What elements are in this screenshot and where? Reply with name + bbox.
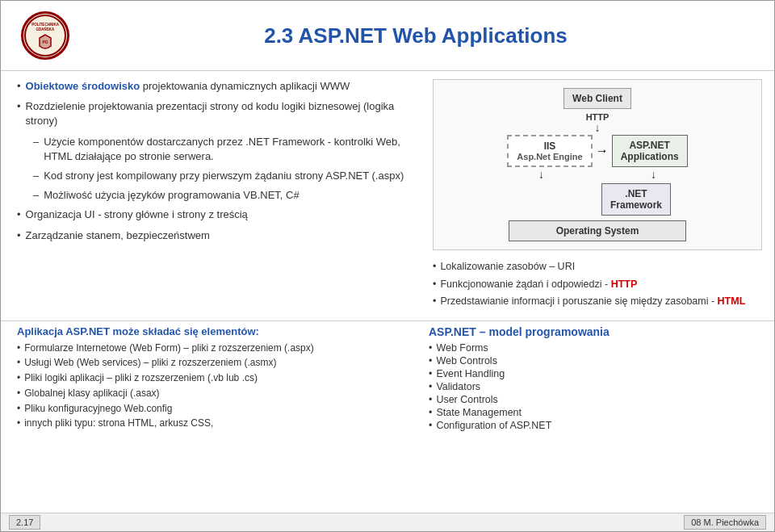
bullet-text: Kod strony jest kompilowany przy pierwsz… (44, 169, 404, 183)
bottom-right-title: ASP.NET – model programowania (429, 325, 758, 338)
bullet-icon: • (433, 260, 436, 274)
list-item: • Przedstawianie informacji i poruszanie… (433, 295, 762, 309)
bullet-icon: • (17, 417, 20, 430)
bullet-icon: • (429, 342, 432, 354)
net-framework-box: .NET Framework (601, 183, 671, 216)
list-item: • Organizacja UI - strony główne i stron… (17, 207, 404, 222)
header: POLITECHNIKA GDAŃSKA PG 2.3 ASP.NET Web … (1, 1, 774, 71)
list-item: • Pliki logiki aplikacji – pliki z rozsz… (17, 371, 413, 385)
net-framework-label: .NET (610, 188, 662, 199)
bullet-text: Event Handling (436, 368, 505, 379)
operating-system-box: Operating System (509, 220, 686, 241)
bullet-icon: • (433, 295, 436, 309)
bullet-text: Zarządzanie stanem, bezpieczeństwem (26, 228, 210, 243)
page-title: 2.3 ASP.NET Web Applications (73, 23, 758, 48)
list-item: • Globalnej klasy aplikacji (.asax) (17, 387, 413, 400)
bullet-text: Przedstawianie informacji i poruszanie s… (440, 295, 745, 309)
bullet-text: Web Forms (436, 342, 488, 354)
bottom-section: Aplikacja ASP.NET może składać się eleme… (1, 320, 774, 513)
diagram-row-http: HTTP ↓ (586, 112, 610, 133)
list-item: – Kod strony jest kompilowany przy pierw… (33, 169, 404, 183)
aspnet-applications-label: ASP.NET (621, 140, 679, 151)
arrow-down-icon3: ↓ (651, 169, 656, 180)
bullet-icon: • (429, 368, 432, 379)
bullet-icon: – (33, 170, 39, 182)
bullet-text: Użycie komponentów dostarczanych przez .… (44, 135, 404, 164)
bottom-left: Aplikacja ASP.NET może składać się eleme… (17, 325, 413, 509)
bullet-text: Pliku konfiguracyjnego Web.config (24, 402, 172, 416)
list-item: • Usługi Web (Web services) – pliki z ro… (17, 356, 413, 370)
footer: 2.17 08 M. Piechówka (1, 513, 774, 531)
list-item: • innych pliki typu: strona HTML, arkusz… (17, 417, 413, 430)
list-item: • Rozdzielenie projektowania prezentacji… (17, 99, 404, 128)
arrow-down-icon2: ↓ (538, 169, 544, 180)
bullet-text: Lokalizowanie zasobów – URI (440, 260, 575, 274)
svg-text:GDAŃSKA: GDAŃSKA (36, 26, 56, 31)
list-item: • Configuration of ASP.NET (429, 420, 758, 431)
bullet-icon: • (17, 341, 20, 355)
bullet-text: Pliki logiki aplikacji – pliki z rozszer… (24, 371, 258, 385)
list-item: • User Controls (429, 394, 758, 405)
bullet-text: Obiektowe środowisko projektowania dynam… (26, 79, 350, 94)
bullet-icon: • (17, 402, 20, 416)
bullet-text: User Controls (436, 394, 497, 405)
bullet-icon: • (429, 420, 432, 431)
bullet-icon: • (429, 355, 432, 367)
iis-label: IIS (517, 140, 582, 152)
diagram-row-netfw: .NET Framework (524, 183, 671, 216)
bullet-text: innych pliki typu: strona HTML, arkusz C… (24, 417, 213, 430)
list-item: • Pliku konfiguracyjnego Web.config (17, 402, 413, 416)
bullet-text: Możliwość użycia języków programowania V… (44, 188, 299, 203)
list-item: • Formularze Internetowe (Web Form) – pl… (17, 341, 413, 355)
bullet-text: Web Controls (436, 355, 497, 367)
list-item: – Możliwość użycia języków programowania… (33, 188, 404, 203)
bullet-icon: • (17, 387, 20, 400)
bottom-left-title: Aplikacja ASP.NET może składać się eleme… (17, 325, 413, 337)
bullet-icon: – (33, 189, 39, 201)
logo: POLITECHNIKA GDAŃSKA PG (21, 11, 69, 60)
list-item: • Validators (429, 381, 758, 392)
bullet-text: Validators (436, 381, 480, 392)
page-container: POLITECHNIKA GDAŃSKA PG 2.3 ASP.NET Web … (0, 0, 775, 532)
footer-page-number: 2.17 (9, 515, 40, 530)
net-framework-label2: Framework (610, 199, 662, 211)
list-item: • Lokalizowanie zasobów – URI (433, 260, 762, 274)
right-arrow-icon: → (596, 144, 609, 158)
list-item: • Web Forms (429, 342, 758, 354)
list-item: • Funkcjonowanie żądań i odpowiedzi - HT… (433, 278, 762, 292)
bullet-text: Globalnej klasy aplikacji (.asax) (24, 387, 159, 400)
bullet-icon: • (17, 208, 21, 220)
list-item: • Event Handling (429, 368, 758, 379)
bullet-icon: • (17, 80, 21, 92)
bullet-text: Rozdzielenie projektowania prezentacji s… (26, 99, 404, 128)
bullet-icon: • (429, 394, 432, 405)
left-panel: • Obiektowe środowisko projektowania dyn… (1, 71, 421, 320)
right-panel: Web Client HTTP ↓ IIS Asp.Net Engine → (421, 71, 774, 320)
bullet-icon: • (433, 278, 436, 292)
bullet-icon: • (429, 381, 432, 392)
main-content: • Obiektowe środowisko projektowania dyn… (1, 71, 774, 320)
bullet-icon: • (17, 100, 21, 112)
diagram-row-os: Operating System (509, 220, 686, 241)
right-bullets: • Lokalizowanie zasobów – URI • Funkcjon… (433, 260, 762, 312)
bullet-text: Funkcjonowanie żądań i odpowiedzi - HTTP (440, 278, 637, 292)
bullet-icon: – (33, 136, 39, 148)
bullet-icon: • (17, 229, 21, 241)
list-item: – Użycie komponentów dostarczanych przez… (33, 135, 404, 164)
asp-net-engine-label: Asp.Net Engine (517, 152, 582, 161)
diagram-row-webclient: Web Client (563, 88, 631, 109)
svg-text:PG: PG (42, 40, 48, 44)
bullet-text: Organizacja UI - strony główne i strony … (26, 207, 248, 222)
bullet-icon: • (429, 407, 432, 418)
list-item: • Obiektowe środowisko projektowania dyn… (17, 79, 404, 94)
svg-text:POLITECHNIKA: POLITECHNIKA (31, 23, 60, 27)
iis-box: IIS Asp.Net Engine (507, 135, 592, 167)
logo-area: POLITECHNIKA GDAŃSKA PG (17, 7, 73, 64)
diagram-row-arrow2: ↓ ↓ (538, 169, 656, 180)
web-client-box: Web Client (563, 88, 631, 109)
list-item: • Web Controls (429, 355, 758, 367)
http-connector: HTTP ↓ (586, 112, 610, 133)
bullet-icon: • (17, 371, 20, 385)
diagram-row-iis-aspnet: IIS Asp.Net Engine → ASP.NET Application… (507, 135, 687, 167)
aspnet-applications-box: ASP.NET Applications (612, 135, 688, 167)
